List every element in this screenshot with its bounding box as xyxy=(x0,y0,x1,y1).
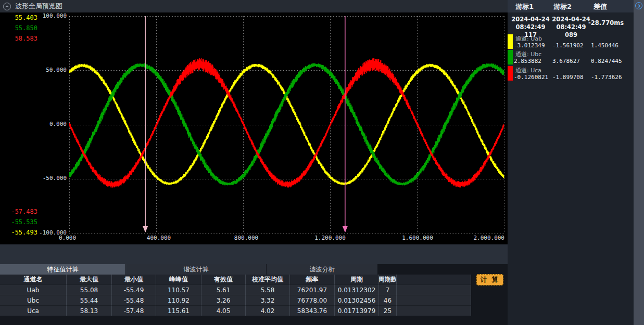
channel-row-uab: 通道: Uab -3.012349 -1.561902 1.450446 xyxy=(508,34,634,49)
ubc-min-readout: -55.535 xyxy=(8,218,37,226)
col-peak-to-peak: 峰峰值 xyxy=(156,275,201,285)
col-min: 最小值 xyxy=(112,275,156,285)
table-row-ubc[interactable]: Ubc55.44 -55.48110.92 3.263.32 76778.000… xyxy=(0,295,471,306)
uab-diff-value: 1.450446 xyxy=(591,42,618,49)
x-tick-0: 0.000 xyxy=(59,235,95,241)
ubc-color-swatch xyxy=(508,50,513,64)
chart-toolbar: ↔ →← ↕ ↧↥ Y轴游标 示波器模式 普通模式 采样率 200K ▼ ▷ 1… xyxy=(0,244,508,264)
uab-cursor1-value: -3.012349 xyxy=(514,42,545,49)
collapse-chevron-up-icon[interactable] xyxy=(3,3,11,10)
uca-color-swatch xyxy=(508,66,513,81)
x-tick-1200k: 1,200.000 xyxy=(312,235,348,241)
diff-header: 差值 xyxy=(594,2,607,11)
ubc-max-readout: 55.850 xyxy=(8,24,37,32)
uca-min-readout: -57.483 xyxy=(8,208,37,215)
waveform-analyzer-app: 波形全局预览图 55.403 55.850 58.583 -57.483 -55… xyxy=(0,0,644,325)
cursor-measurement-panel: 游标1 游标2 差值 2024-04-2408:42:49 117 2024-0… xyxy=(508,0,644,325)
ubc-diff-value: 0.8247445 xyxy=(591,58,622,64)
cursor-panel-header: 游标1 游标2 差值 xyxy=(508,0,634,12)
ubc-cursor1-value: 2.853882 xyxy=(514,58,541,64)
tab-harmonic-calc[interactable]: 谐波计算 xyxy=(126,264,267,275)
uab-cursor2-value: -1.561902 xyxy=(552,42,584,49)
panel-collapse-strip xyxy=(634,0,644,325)
col-channel-name: 通道名 xyxy=(0,275,67,285)
waveform-chart-panel: 波形全局预览图 55.403 55.850 58.583 -57.483 -55… xyxy=(0,0,508,244)
col-frequency: 频率 xyxy=(290,275,335,285)
col-period: 周期 xyxy=(335,275,379,285)
table-header-row: 通道名 最大值 最小值 峰峰值 有效值 校准平均值 频率 周期 周期数 xyxy=(0,275,471,285)
uca-max-readout: 58.583 xyxy=(8,35,37,42)
cursor1-header: 游标1 xyxy=(515,2,534,11)
uca-diff-value: -1.773626 xyxy=(591,74,622,81)
chart-title-bar: 波形全局预览图 xyxy=(0,0,508,12)
y-tick-0: 0.000 xyxy=(21,121,67,127)
uca-channel-label: 通道: Uca xyxy=(515,67,541,74)
table-row-uab[interactable]: Uab55.08 -55.49110.57 5.615.58 76201.970… xyxy=(0,285,471,295)
channel-row-uca: 通道: Uca -0.1260821 -1.899708 -1.773626 xyxy=(508,66,634,81)
tab-filter-analysis[interactable]: 滤波分析 xyxy=(267,264,378,275)
waveform-canvas[interactable] xyxy=(69,16,505,233)
channel-row-ubc: 通道: Ubc 2.853882 3.678627 0.8247445 xyxy=(508,50,634,65)
calculate-button[interactable]: 计 算 xyxy=(476,274,503,285)
cursor-time-diff: -28.770ms xyxy=(588,19,630,27)
y-tick-100: 100.000 xyxy=(21,12,67,19)
tab-feature-calc[interactable]: 特征值计算 xyxy=(0,264,126,275)
ubc-cursor2-value: 3.678627 xyxy=(552,58,580,64)
col-max: 最大值 xyxy=(67,275,112,285)
ubc-channel-label: 通道: Ubc xyxy=(515,50,541,58)
uca-cursor1-value: -0.1260821 xyxy=(514,74,548,81)
y-tick-50: 50.000 xyxy=(21,67,67,73)
expand-chevron-right-icon[interactable] xyxy=(635,2,642,9)
col-cycle-count: 周期数 xyxy=(379,275,397,285)
x-tick-2000k: 2,000.000 xyxy=(468,235,504,241)
uca-cursor2-value: -1.899708 xyxy=(552,74,584,81)
col-calibrated-mean: 校准平均值 xyxy=(246,275,290,285)
chart-title: 波形全局预览图 xyxy=(15,2,62,11)
col-rms: 有效值 xyxy=(201,275,246,285)
x-tick-400k: 400.000 xyxy=(141,235,177,241)
col-empty xyxy=(397,275,471,285)
x-tick-1600k: 1,600.000 xyxy=(399,235,436,241)
uab-color-swatch xyxy=(508,34,513,49)
table-row-uca[interactable]: Uca58.13 -57.48115.61 4.054.02 58343.760… xyxy=(0,306,471,316)
y-tick-n50: -50.000 xyxy=(21,175,67,181)
cursor2-header: 游标2 xyxy=(553,2,572,11)
uab-channel-label: 通道: Uab xyxy=(515,35,542,43)
x-tick-800k: 800.000 xyxy=(228,235,264,241)
